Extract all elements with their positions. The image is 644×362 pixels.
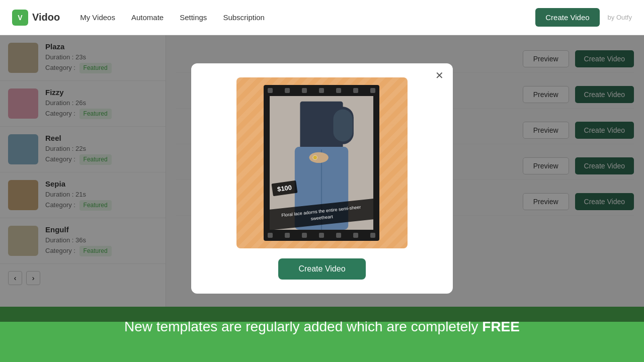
- film-hole: [336, 88, 341, 93]
- film-hole: [353, 88, 358, 93]
- film-hole: [268, 233, 273, 238]
- film-hole: [319, 88, 324, 93]
- svg-point-7: [313, 155, 317, 160]
- logo-icon: V: [12, 10, 28, 26]
- film-hole: [268, 88, 273, 93]
- film-holes-top: [264, 85, 379, 96]
- film-hole: [285, 233, 290, 238]
- modal-overlay: ✕: [0, 35, 644, 322]
- film-hole: [370, 233, 375, 238]
- header-right: Create Video: [535, 8, 599, 27]
- main-nav: My Videos Automate Settings Subscription: [80, 13, 265, 22]
- logo-area: V Vidoo: [12, 10, 60, 26]
- film-holes-bottom: [264, 230, 379, 241]
- app-name: Vidoo: [32, 12, 60, 23]
- film-strip: $100 Floral lace adorns the entire semi-…: [264, 85, 379, 241]
- preview-modal: ✕: [191, 63, 453, 294]
- film-hole: [370, 88, 375, 93]
- modal-create-video-button[interactable]: Create Video: [278, 258, 365, 280]
- film-hole: [353, 233, 358, 238]
- nav-automate[interactable]: Automate: [131, 13, 164, 22]
- svg-rect-3: [333, 110, 352, 142]
- preview-image-container: $100 Floral lace adorns the entire semi-…: [236, 77, 408, 248]
- film-photo-area: $100 Floral lace adorns the entire semi-…: [270, 96, 373, 230]
- nav-my-videos[interactable]: My Videos: [80, 13, 115, 22]
- nav-settings[interactable]: Settings: [180, 13, 207, 22]
- svg-point-6: [309, 152, 329, 163]
- film-hole: [319, 233, 324, 238]
- by-outfy: by Outfy: [608, 14, 632, 21]
- topbar: V Vidoo My Videos Automate Settings Subs…: [0, 0, 644, 35]
- film-strip-wrapper: $100 Floral lace adorns the entire semi-…: [257, 85, 387, 241]
- film-hole: [302, 233, 307, 238]
- modal-close-button[interactable]: ✕: [435, 70, 444, 80]
- film-hole: [285, 88, 290, 93]
- nav-subscription[interactable]: Subscription: [223, 13, 265, 22]
- header-create-video-button[interactable]: Create Video: [535, 8, 599, 27]
- film-hole: [302, 88, 307, 93]
- film-hole: [336, 233, 341, 238]
